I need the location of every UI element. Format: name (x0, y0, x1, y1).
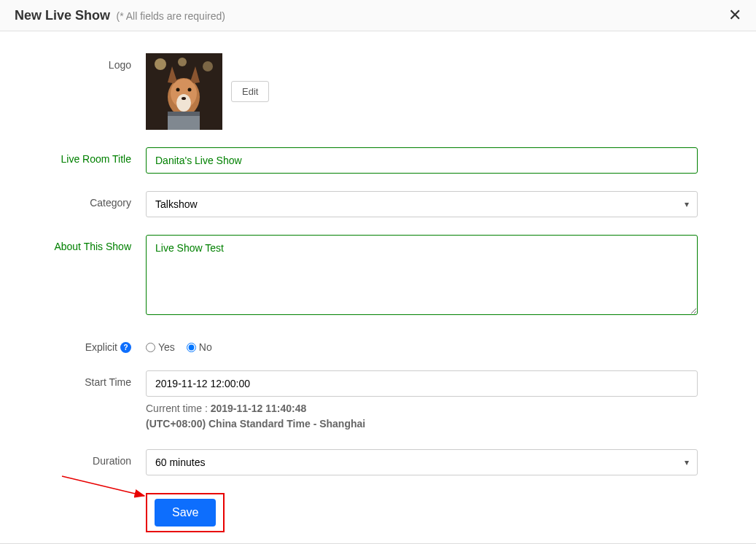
explicit-no-label: No (199, 341, 212, 353)
duration-label: Duration (0, 449, 146, 467)
explicit-no-option[interactable]: No (187, 341, 212, 353)
save-button[interactable]: Save (155, 499, 216, 526)
category-row: Category Talkshow (0, 191, 698, 217)
start-time-input[interactable] (146, 370, 698, 397)
about-label: About This Show (0, 235, 146, 252)
dialog-title: New Live Show (15, 8, 110, 23)
explicit-yes-option[interactable]: Yes (146, 341, 175, 353)
svg-point-3 (203, 61, 213, 71)
title-input[interactable] (146, 147, 698, 174)
start-time-row: Start Time Current time : 2019-11-12 11:… (0, 370, 698, 432)
dialog-header: New Live Show (* All fields are required… (0, 0, 756, 31)
current-time-hint: Current time : 2019-11-12 11:40:48 (UTC+… (146, 401, 698, 432)
about-textarea[interactable]: Live Show Test (146, 235, 698, 315)
help-icon[interactable]: ? (120, 342, 131, 353)
svg-point-1 (155, 58, 166, 70)
dialog-subtitle: (* All fields are required) (116, 10, 225, 22)
save-row: Save (0, 493, 698, 532)
explicit-label: Explicit ? (0, 335, 146, 353)
svg-point-9 (182, 97, 186, 100)
duration-select[interactable]: 60 minutes (146, 449, 698, 475)
explicit-yes-radio[interactable] (146, 343, 155, 352)
about-row: About This Show Live Show Test (0, 235, 698, 318)
category-label: Category (0, 191, 146, 209)
svg-point-7 (176, 88, 180, 92)
title-row: Live Room Title (0, 147, 698, 174)
explicit-row: Explicit ? Yes No (0, 335, 698, 353)
logo-label: Logo (0, 53, 146, 71)
svg-point-8 (188, 88, 192, 92)
explicit-yes-label: Yes (158, 341, 175, 353)
explicit-no-radio[interactable] (187, 343, 196, 352)
form-container: Logo (0, 31, 756, 544)
save-button-highlight: Save (146, 493, 225, 532)
title-label: Live Room Title (0, 147, 146, 165)
duration-row: Duration 60 minutes (0, 449, 698, 475)
logo-preview (146, 53, 222, 130)
logo-row: Logo (0, 53, 698, 130)
edit-logo-button[interactable]: Edit (231, 81, 269, 102)
svg-point-2 (178, 58, 187, 66)
svg-rect-11 (168, 112, 200, 116)
start-time-label: Start Time (0, 370, 146, 388)
close-icon[interactable]: ✕ (728, 7, 741, 23)
svg-point-6 (176, 94, 191, 112)
category-select[interactable]: Talkshow (146, 191, 698, 217)
